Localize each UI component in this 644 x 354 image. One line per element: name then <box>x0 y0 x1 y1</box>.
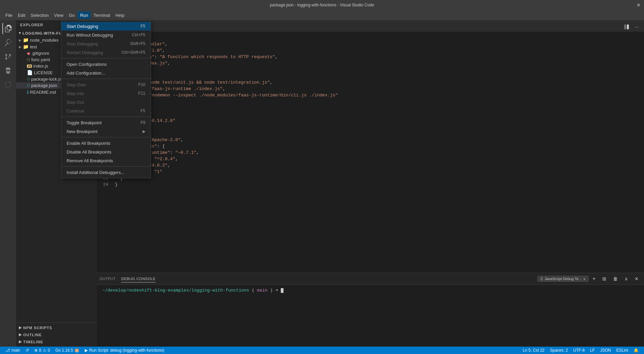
dropdown-overlay[interactable]: Start Debugging F5 Run Without Debugging… <box>0 0 644 354</box>
menu-shortcut: F5 <box>141 108 145 113</box>
menu-shortcut: F9 <box>141 120 145 125</box>
menu-entry-label: Step Out <box>67 100 84 105</box>
menu-entry-toggle-breakpoint[interactable]: Toggle Breakpoint F9 <box>61 118 151 127</box>
menu-shortcut: F10 <box>138 82 145 87</box>
menu-separator <box>61 166 151 167</box>
menu-entry-enable-all-breakpoints[interactable]: Enable All Breakpoints <box>61 139 151 147</box>
menu-entry-open-configurations[interactable]: Open Configurations <box>61 60 151 69</box>
menu-entry-label: New Breakpoint <box>67 129 98 134</box>
menu-entry-label: Disable All Breakpoints <box>67 149 111 154</box>
run-menu-dropdown: Start Debugging F5 Run Without Debugging… <box>61 20 151 178</box>
menu-entry-label: Toggle Breakpoint <box>67 120 102 125</box>
menu-entry-stop-debugging[interactable]: Stop Debugging Shift+F5 <box>61 39 151 48</box>
menu-entry-continue[interactable]: Continue F5 <box>61 106 151 115</box>
menu-entry-label: Install Additional Debuggers... <box>67 170 124 175</box>
menu-entry-label: Enable All Breakpoints <box>67 141 110 146</box>
menu-entry-step-out[interactable]: Step Out <box>61 98 151 106</box>
menu-entry-install-additional-debuggers[interactable]: Install Additional Debuggers... <box>61 168 151 177</box>
menu-entry-label: Open Configurations <box>67 62 107 67</box>
menu-shortcut: Ctrl+Shift+F5 <box>121 50 145 55</box>
menu-separator <box>61 58 151 58</box>
menu-entry-restart-debugging[interactable]: Restart Debugging Ctrl+Shift+F5 <box>61 48 151 57</box>
menu-entry-label: Step Over <box>67 82 86 87</box>
menu-shortcut: Shift+F5 <box>130 41 145 46</box>
menu-entry-label: Stop Debugging <box>67 41 98 46</box>
menu-entry-step-into[interactable]: Step Into F11 <box>61 89 151 98</box>
menu-entry-label: Run Without Debugging <box>67 33 113 38</box>
menu-entry-step-over[interactable]: Step Over F10 <box>61 80 151 89</box>
menu-separator <box>61 79 151 79</box>
menu-entry-label: Continue <box>67 108 84 114</box>
menu-entry-disable-all-breakpoints[interactable]: Disable All Breakpoints <box>61 147 151 156</box>
menu-entry-remove-all-breakpoints[interactable]: Remove All Breakpoints <box>61 156 151 165</box>
menu-entry-label: Start Debugging <box>67 24 98 29</box>
menu-entry-label: Restart Debugging <box>67 50 103 55</box>
menu-shortcut: F11 <box>138 91 145 96</box>
menu-separator <box>61 117 151 117</box>
menu-entry-new-breakpoint[interactable]: New Breakpoint ▶ <box>61 127 151 136</box>
menu-entry-label: Remove All Breakpoints <box>67 158 113 163</box>
menu-separator <box>61 137 151 137</box>
menu-shortcut: Ctrl+F5 <box>132 33 145 37</box>
menu-entry-start-debugging[interactable]: Start Debugging F5 <box>61 22 151 31</box>
submenu-arrow-icon: ▶ <box>143 129 145 134</box>
menu-entry-label: Step Into <box>67 91 84 96</box>
menu-entry-add-configuration[interactable]: Add Configuration... <box>61 69 151 77</box>
menu-entry-label: Add Configuration... <box>67 71 105 76</box>
menu-shortcut: F5 <box>141 24 145 29</box>
menu-entry-run-without-debugging[interactable]: Run Without Debugging Ctrl+F5 <box>61 31 151 39</box>
